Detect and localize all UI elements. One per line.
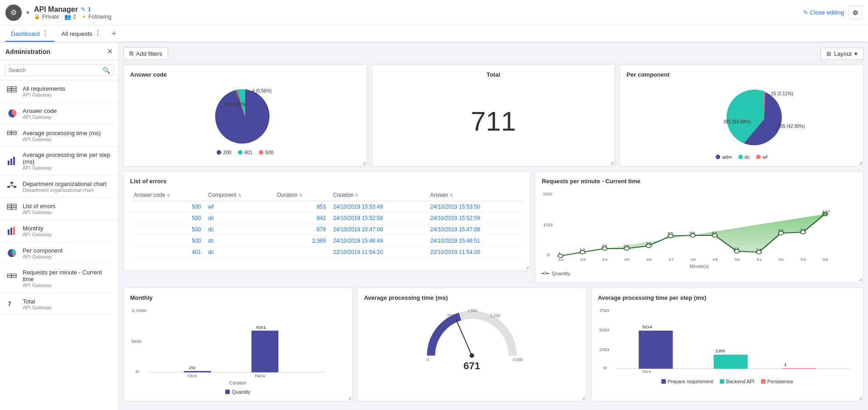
cell-code[interactable]: 500	[130, 201, 204, 213]
monthly-card: Monthly 1,000 500 0 20 691 Oct No	[123, 288, 353, 401]
svg-text:504: 504	[642, 370, 651, 374]
col-creation[interactable]: Creation ⇅	[330, 189, 427, 201]
search-icon: 🔍	[102, 67, 110, 74]
cell-creation[interactable]: 24/10/2019 15:52:58	[330, 213, 427, 224]
svg-text:13: 13	[756, 248, 761, 252]
col-component[interactable]: Component ⇅	[204, 189, 273, 201]
dropdown-arrow[interactable]: ▾	[26, 9, 29, 16]
cell-answer[interactable]: 24/10/2019 15:47:08	[427, 224, 524, 235]
cell-component[interactable]: wf	[204, 201, 273, 213]
cell-answer[interactable]: 22/10/2019 11:54:20	[427, 247, 524, 258]
tab-all-requests-menu[interactable]: ⋮	[94, 30, 102, 37]
svg-text:49: 49	[713, 258, 718, 262]
col-answer[interactable]: Answer ⇅	[427, 189, 524, 201]
cell-component[interactable]: dc	[204, 224, 273, 235]
cell-answer[interactable]: 24/10/2019 15:46:51	[427, 235, 524, 247]
svg-text:1: 1	[784, 362, 787, 366]
svg-rect-1	[11, 87, 16, 88]
cell-creation[interactable]: 24/10/2019 15:46:49	[330, 235, 427, 247]
sidebar-item-all-requirements[interactable]: All requirements API Gateway	[0, 80, 118, 102]
tab-all-requests[interactable]: All requests ⋮	[56, 26, 107, 42]
sidebar: Administration ✕ 🔍 All requirements API …	[0, 43, 119, 410]
sidebar-close-button[interactable]: ✕	[107, 47, 113, 56]
number-icon: 7	[5, 298, 18, 310]
svg-text:34: 34	[646, 241, 652, 245]
close-editing-button[interactable]: ✎ Close editing	[803, 9, 844, 16]
legend-500: 500	[259, 150, 273, 155]
sidebar-item-rpm[interactable]: Requests per minute - Current time API G…	[0, 264, 118, 293]
total-value-container: 711	[470, 83, 516, 160]
sidebar-item-text: Total API Gateway	[23, 298, 52, 310]
svg-rect-9	[11, 133, 16, 135]
avg-proc-title: Average processing time (ms)	[364, 294, 580, 301]
svg-rect-91	[252, 331, 278, 372]
settings-button[interactable]: ⚙	[849, 6, 863, 20]
cell-duration[interactable]: 679	[273, 224, 330, 235]
tab-dashboard[interactable]: Dashboard ⋮	[5, 26, 54, 42]
resize-handle: ◢	[525, 264, 529, 269]
add-filters-button[interactable]: ⧉ Add filters	[123, 47, 168, 60]
rpm-x-axis-label: Minute(s)	[542, 264, 857, 269]
cell-duration[interactable]: 842	[273, 213, 330, 224]
cell-creation[interactable]: 24/10/2019 15:53:49	[330, 201, 427, 213]
gauge-value: 671	[464, 360, 480, 372]
col-answer-code[interactable]: Answer code ⇅	[130, 189, 204, 201]
cell-code[interactable]: 500	[130, 235, 204, 247]
svg-rect-12	[13, 157, 15, 165]
sidebar-item-avg-proc[interactable]: Average processing time (ms) API Gateway	[0, 125, 118, 147]
svg-text:20: 20	[189, 366, 195, 370]
cell-duration[interactable]: 2,369	[273, 235, 330, 247]
pie-icon-2	[5, 247, 18, 259]
svg-text:305 (42.90%): 305 (42.90%)	[778, 124, 805, 129]
cell-component[interactable]: dc	[204, 235, 273, 247]
layout-button[interactable]: ⊞ Layout ▾	[820, 48, 863, 60]
users-count: 2	[73, 14, 76, 20]
sidebar-item-text: All requirements API Gateway	[23, 85, 65, 98]
avg-proc-card: Average processing time (ms) 0 750 1,500	[357, 288, 587, 401]
resize-handle: ◢	[348, 395, 351, 400]
sidebar-header: Administration ✕	[0, 43, 118, 61]
cell-code[interactable]: 401	[130, 247, 204, 258]
resize-handle: ◢	[610, 160, 614, 165]
cell-duration[interactable]: 853	[273, 201, 330, 213]
cell-answer[interactable]: 24/10/2019 15:53:50	[427, 201, 524, 213]
cell-code[interactable]: 500	[130, 213, 204, 224]
rpm-card: Requests per minute - Current time 200 1	[535, 171, 863, 283]
cell-code[interactable]: 500	[130, 224, 204, 235]
cell-duration[interactable]	[273, 247, 330, 258]
sidebar-item-monthly[interactable]: Monthly API Gateway	[0, 220, 118, 242]
cell-component[interactable]: dc	[204, 213, 273, 224]
legend-persistence: Persistence	[761, 379, 793, 384]
errors-table-wrapper[interactable]: Answer code ⇅ Component ⇅ Duration ⇅ Cre…	[130, 189, 524, 258]
edit-icon[interactable]: ✎	[81, 6, 86, 13]
svg-text:66: 66	[690, 231, 695, 235]
filter-icon: ⧉	[129, 50, 133, 57]
info-icon[interactable]: ℹ	[88, 6, 91, 13]
sidebar-item-per-component[interactable]: Per component API Gateway	[0, 242, 118, 264]
sidebar-item-total[interactable]: 7 Total API Gateway	[0, 293, 118, 315]
svg-rect-24	[7, 208, 11, 210]
svg-text:100: 100	[543, 223, 553, 227]
following-label: Following	[88, 14, 112, 20]
search-input[interactable]	[5, 64, 114, 76]
add-tab-button[interactable]: +	[109, 28, 120, 39]
tab-dashboard-menu[interactable]: ⋮	[42, 30, 49, 37]
sidebar-item-list-errors[interactable]: List of errors API Gateway	[0, 198, 118, 220]
dashboard-row-1: Answer code 21 (2.95%) 4 (0.56%)	[123, 64, 863, 166]
following-meta[interactable]: ★ Following	[82, 14, 112, 20]
cell-answer[interactable]: 24/10/2019 15:52:59	[427, 213, 524, 224]
svg-text:2,250: 2,250	[490, 313, 500, 318]
header-right: ✎ Close editing ⚙	[803, 6, 863, 20]
col-duration[interactable]: Duration ⇅	[273, 189, 330, 201]
cell-component[interactable]: dc	[204, 247, 273, 258]
table-icon	[5, 85, 18, 98]
legend-dot-backend	[720, 379, 724, 384]
cell-creation[interactable]: 22/10/2019 11:54:20	[330, 247, 427, 258]
monthly-title: Monthly	[130, 294, 346, 301]
cell-creation[interactable]: 24/10/2019 15:47:08	[330, 224, 427, 235]
svg-text:25: 25	[601, 244, 607, 248]
sidebar-item-avg-step[interactable]: Average processing time per step (ms) AP…	[0, 147, 118, 176]
sidebar-item-dept-org[interactable]: Department organizational chart Departme…	[0, 176, 118, 198]
total-title: Total	[486, 71, 500, 78]
sidebar-item-answer-code[interactable]: Answer code API Gateway	[0, 102, 118, 125]
